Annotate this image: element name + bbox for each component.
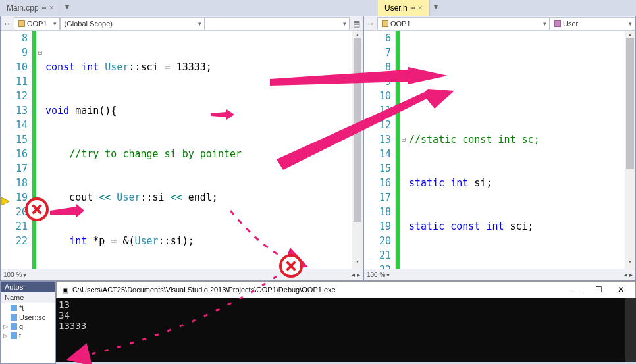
editor-user-h: ↔ OOP1 User 6789101112131415161718192021… <box>363 16 636 281</box>
var-icon <box>11 332 17 339</box>
scrollbar-vertical[interactable]: ▴▾ <box>352 31 363 269</box>
var-icon <box>11 314 17 321</box>
global-scope-select[interactable]: (Global Scope) <box>60 17 205 30</box>
tab-main-cpp[interactable]: Main.cpp ⇴ × <box>0 0 61 16</box>
editor-main-cpp: ↔ OOP1 (Global Scope) ▤ 8910111213141516… <box>0 16 363 281</box>
tab-overflow[interactable]: ▾ <box>430 0 442 16</box>
fold-column[interactable]: ⊟ <box>36 31 44 269</box>
console-path: C:\Users\ACT25\Documents\Visual Studio 2… <box>72 286 336 294</box>
autos-row[interactable]: ▷t <box>1 331 55 340</box>
editor-toolbar: ↔ OOP1 User <box>364 16 635 31</box>
editor-toolbar: ↔ OOP1 (Global Scope) ▤ <box>1 16 363 31</box>
class-scope-select[interactable]: User <box>550 17 635 30</box>
console-window: ▣ C:\Users\ACT25\Documents\Visual Studio… <box>56 281 636 364</box>
code-text[interactable]: const int User::sci = 13333; void main()… <box>44 31 363 269</box>
var-icon <box>11 323 17 330</box>
nav-back-icon[interactable]: ↔ <box>1 17 14 30</box>
tab-label: Main.cpp <box>7 3 39 13</box>
close-button[interactable]: ✕ <box>612 284 630 296</box>
member-scope-select[interactable] <box>205 17 350 30</box>
line-gutter: 678910111213141516171819202122 <box>364 31 396 269</box>
tab-overflow[interactable]: ▾ <box>61 0 73 16</box>
scrollbar-vertical[interactable] <box>625 298 636 362</box>
autos-col-header[interactable]: Name <box>1 292 55 303</box>
autos-row[interactable]: ▷q <box>1 322 55 331</box>
line-gutter: 8910111213141516171819202122 <box>1 31 32 269</box>
error-badge-icon <box>279 254 303 278</box>
console-output[interactable]: 13 34 13333 <box>56 298 636 362</box>
scrollbar-vertical[interactable]: ▴▾ <box>625 31 635 269</box>
zoom-level[interactable]: 100 % <box>367 271 385 278</box>
close-icon[interactable]: × <box>418 3 423 13</box>
close-icon[interactable]: × <box>49 3 54 13</box>
console-titlebar[interactable]: ▣ C:\Users\ACT25\Documents\Visual Studio… <box>56 281 636 298</box>
pin-icon[interactable]: ⇴ <box>410 5 415 11</box>
maximize-button[interactable]: ☐ <box>589 284 608 296</box>
var-icon <box>11 305 17 311</box>
nav-back-icon[interactable]: ↔ <box>364 17 377 30</box>
pin-icon[interactable]: ⇴ <box>41 5 47 11</box>
project-scope-select[interactable]: OOP1 <box>377 17 550 30</box>
project-scope-select[interactable]: OOP1 <box>14 17 60 30</box>
code-area[interactable]: 678910111213141516171819202122 ⊟ //stati… <box>364 31 635 269</box>
tab-user-h[interactable]: User.h ⇴ × <box>378 0 430 16</box>
editor-status: 100 %▾ ◂ ▸ <box>364 269 635 280</box>
zoom-level[interactable]: 100 % <box>3 271 22 278</box>
panel-title: Autos <box>1 282 55 292</box>
editor-status: 100 %▾ ◂ ▸ <box>1 269 363 280</box>
tab-label: User.h <box>384 3 408 13</box>
autos-row[interactable]: User::sc <box>1 313 55 322</box>
app-icon: ▣ <box>62 286 68 294</box>
code-text[interactable]: //static const int sc; static int si; st… <box>408 31 635 269</box>
autos-row[interactable]: *t <box>1 303 55 313</box>
minimize-button[interactable]: — <box>567 284 585 296</box>
autos-panel: Autos Name *t User::sc ▷q ▷t <box>0 281 56 364</box>
document-tabs: Main.cpp ⇴ × ▾ User.h ⇴ × ▾ <box>0 0 636 16</box>
error-badge-icon <box>25 197 49 221</box>
split-icon[interactable]: ▤ <box>350 17 363 30</box>
code-area[interactable]: 8910111213141516171819202122 ⊟ const int… <box>1 31 363 269</box>
fold-column[interactable]: ⊟ <box>400 31 408 269</box>
